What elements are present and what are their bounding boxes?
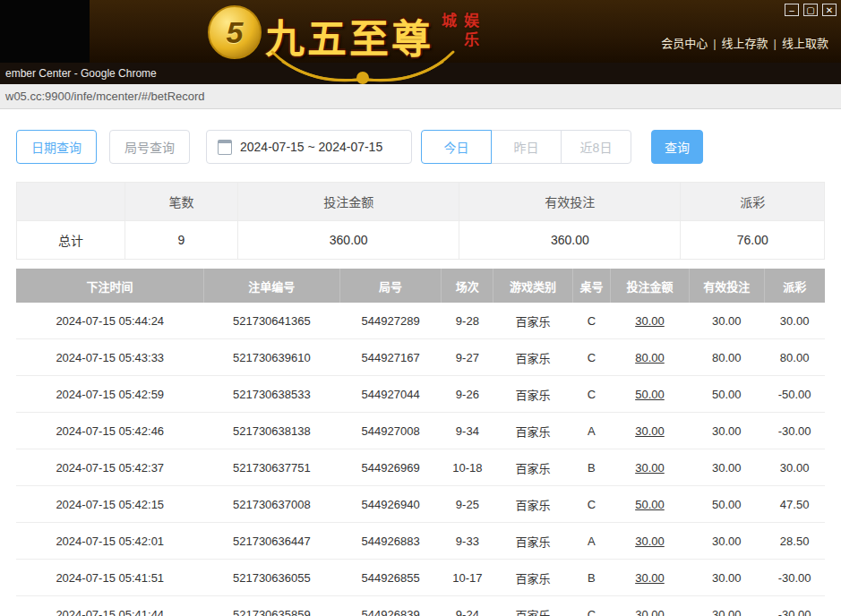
- summary-header-cell: 笔数: [124, 183, 237, 221]
- bet-amount-link[interactable]: 30.00: [611, 413, 690, 449]
- close-button[interactable]: ✕: [822, 4, 837, 16]
- bet-amount-link[interactable]: 30.00: [611, 449, 690, 486]
- record-cell: 2024-07-15 05:43:33: [16, 339, 204, 376]
- bet-amount-link[interactable]: 80.00: [611, 339, 690, 376]
- record-cell: 30.00: [764, 303, 825, 339]
- record-cell: 9-25: [442, 486, 493, 523]
- summary-total-row: 总计9360.00360.0076.00: [17, 221, 825, 260]
- record-cell: 9-24: [442, 596, 493, 616]
- record-cell: 百家乐: [493, 486, 572, 523]
- round-query-button[interactable]: 局号查询: [109, 130, 190, 164]
- bet-amount-link[interactable]: 30.00: [611, 596, 690, 616]
- quick-filter-group: 今日昨日近8日: [421, 130, 631, 164]
- bet-amount-link[interactable]: 30.00: [611, 523, 690, 560]
- table-row: 2024-07-15 05:42:15521730637008544926940…: [16, 486, 825, 523]
- record-cell: B: [572, 449, 610, 486]
- record-cell: C: [572, 486, 610, 523]
- records-header-cell: 桌号: [572, 269, 610, 303]
- record-cell: 2024-07-15 05:44:24: [16, 303, 204, 339]
- record-cell: 521730638533: [204, 376, 340, 413]
- summary-header-cell: 派彩: [681, 183, 825, 221]
- record-cell: C: [572, 596, 610, 616]
- banner-nav-item[interactable]: 线上取款: [782, 37, 828, 50]
- bet-amount-link[interactable]: 30.00: [611, 303, 690, 339]
- record-cell: A: [572, 413, 610, 449]
- record-cell: 521730636055: [204, 560, 340, 596]
- summary-header-cell: [17, 183, 125, 221]
- table-row: 2024-07-15 05:41:51521730636055544926855…: [16, 560, 825, 596]
- bet-amount-link[interactable]: 50.00: [611, 376, 690, 413]
- record-cell: 50.00: [689, 376, 764, 413]
- record-cell: 2024-07-15 05:42:15: [16, 486, 204, 523]
- bet-amount-link[interactable]: 50.00: [611, 486, 690, 523]
- banner-black-block: [0, 0, 90, 63]
- bet-amount-link[interactable]: 30.00: [611, 560, 690, 596]
- records-header-cell: 游戏类别: [493, 269, 572, 303]
- record-cell: 544926883: [339, 523, 442, 560]
- bet-record-page: 日期查询 局号查询 2024-07-15 ~ 2024-07-15 今日昨日近8…: [0, 109, 841, 616]
- record-cell: 521730637008: [204, 486, 340, 523]
- record-cell: 2024-07-15 05:41:44: [16, 596, 204, 616]
- record-cell: -30.00: [764, 560, 825, 596]
- table-row: 2024-07-15 05:43:33521730639610544927167…: [16, 339, 825, 376]
- record-cell: 521730638138: [204, 413, 340, 449]
- record-cell: 30.00: [689, 413, 764, 449]
- browser-titlebar[interactable]: ember Center - Google Chrome: [0, 63, 841, 84]
- url-text: w05.cc:9900/infe/mcenter/#/betRecord: [0, 84, 205, 108]
- minimize-button[interactable]: –: [785, 4, 799, 16]
- record-cell: 30.00: [689, 560, 764, 596]
- table-row: 2024-07-15 05:42:59521730638533544927044…: [16, 376, 825, 413]
- table-row: 2024-07-15 05:42:37521730637751544926969…: [16, 449, 825, 486]
- record-cell: 百家乐: [493, 339, 572, 376]
- record-cell: A: [572, 523, 610, 560]
- window-title: ember Center - Google Chrome: [5, 63, 157, 84]
- record-cell: 47.50: [764, 486, 825, 523]
- quick-filter-button-2[interactable]: 近8日: [561, 130, 631, 164]
- record-cell: 9-28: [442, 303, 493, 339]
- date-query-button[interactable]: 日期查询: [16, 130, 97, 164]
- record-cell: 9-27: [442, 339, 493, 376]
- summary-cell: 9: [124, 221, 237, 260]
- record-cell: 521730639610: [204, 339, 340, 376]
- record-cell: 30.00: [689, 303, 764, 339]
- summary-cell: 360.00: [459, 221, 681, 260]
- records-header-cell: 下注时间: [16, 269, 204, 303]
- table-row: 2024-07-15 05:41:44521730635859544926839…: [16, 596, 825, 616]
- quick-filter-button-0[interactable]: 今日: [421, 130, 492, 164]
- date-range-input[interactable]: 2024-07-15 ~ 2024-07-15: [206, 130, 412, 164]
- records-header-cell: 投注金额: [611, 269, 690, 303]
- record-cell: 28.50: [764, 523, 825, 560]
- record-cell: 9-34: [442, 413, 493, 449]
- record-cell: 百家乐: [493, 303, 572, 339]
- record-cell: 544927167: [339, 339, 442, 376]
- summary-header-cell: 有效投注: [459, 183, 681, 221]
- record-cell: 百家乐: [493, 376, 572, 413]
- banner-nav-item[interactable]: 会员中心: [661, 37, 708, 50]
- records-table: 下注时间注单编号局号场次游戏类别桌号投注金额有效投注派彩2024-07-15 0…: [16, 269, 825, 616]
- record-cell: 百家乐: [493, 560, 572, 596]
- summary-cell: 360.00: [238, 221, 459, 260]
- calendar-icon: [218, 140, 232, 155]
- records-header-cell: 局号: [339, 269, 442, 303]
- search-button[interactable]: 查询: [651, 130, 703, 164]
- record-cell: -50.00: [764, 376, 825, 413]
- record-cell: 80.00: [689, 339, 764, 376]
- record-cell: C: [572, 376, 610, 413]
- records-header-cell: 派彩: [764, 269, 825, 303]
- banner-nav-item[interactable]: 线上存款: [722, 37, 768, 50]
- date-range-value: 2024-07-15 ~ 2024-07-15: [240, 140, 382, 154]
- quick-filter-button-1[interactable]: 昨日: [491, 130, 562, 164]
- filter-row: 日期查询 局号查询 2024-07-15 ~ 2024-07-15 今日昨日近8…: [16, 130, 825, 164]
- table-row: 2024-07-15 05:42:01521730636447544926883…: [16, 523, 825, 560]
- record-cell: 9-26: [442, 376, 493, 413]
- site-subtitle: 娱乐城: [436, 13, 481, 63]
- record-cell: 百家乐: [493, 413, 572, 449]
- record-cell: 521730636447: [204, 523, 340, 560]
- record-cell: 30.00: [764, 449, 825, 486]
- record-cell: 544926855: [339, 560, 442, 596]
- summary-cell: 总计: [17, 221, 125, 260]
- record-cell: C: [572, 303, 610, 339]
- browser-urlbar[interactable]: w05.cc:9900/infe/mcenter/#/betRecord: [0, 84, 841, 109]
- maximize-button[interactable]: ▢: [803, 4, 818, 16]
- summary-cell: 76.00: [681, 221, 825, 260]
